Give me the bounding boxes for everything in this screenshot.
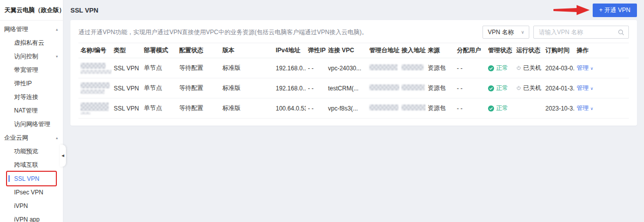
search-input[interactable]	[538, 28, 618, 36]
col-type: 类型	[112, 43, 142, 58]
redacted-name	[80, 102, 110, 115]
sidebar-item-ipsec-vpn[interactable]: IPsec VPN	[0, 185, 63, 199]
chevron-down-icon: ∨	[590, 66, 593, 71]
caret-up-icon: ▴	[56, 136, 58, 140]
search-icon[interactable]	[618, 29, 624, 36]
sidebar-item-eip[interactable]: 弹性IP	[0, 77, 63, 90]
power-icon	[516, 65, 521, 71]
sidebar-item-cross-domain[interactable]: 跨域互联	[0, 158, 63, 172]
run-status: 已关机	[516, 84, 541, 92]
col-source: 来源	[426, 43, 455, 58]
active-indicator-bar	[9, 175, 10, 182]
chevron-down-icon: ∨	[590, 86, 593, 91]
app-window: 天翼云电脑（政企版） 网络管理 ▴ 虚拟私有云 访问控制 ▾ 带宽管理 弹性IP…	[0, 0, 644, 222]
sidebar-group-network-mgmt[interactable]: 网络管理 ▴	[0, 23, 63, 36]
sidebar-group-label: 网络管理	[4, 25, 28, 34]
sidebar-nav: 网络管理 ▴ 虚拟私有云 访问控制 ▾ 带宽管理 弹性IP 对等连接 NAT管理…	[0, 21, 63, 222]
col-assigned-user: 分配用户	[455, 43, 486, 58]
main-content: SSL VPN + 开通 VPN 通过开通VPN功能，实现用户通过VPN直接使用…	[63, 0, 644, 222]
redacted-access-address	[401, 84, 425, 90]
power-icon	[516, 85, 521, 91]
sidebar-item-nat[interactable]: NAT管理	[0, 104, 63, 118]
redacted-name	[80, 82, 110, 94]
table-row: SSL VPN 单节点 等待配置 标准版 192.168.0... - - te…	[78, 78, 629, 98]
col-mgmt-status: 管理状态	[486, 43, 514, 58]
col-ipv4: IPv4地址	[274, 43, 306, 58]
table-row: SSL VPN 单节点 等待配置 标准版 192.168.0... - - vp…	[78, 58, 629, 78]
sidebar-item-access-network[interactable]: 访问网络管理	[0, 118, 63, 131]
manage-action-link[interactable]: 管理 ∨	[577, 64, 593, 71]
sidebar-item-feature-preview[interactable]: 功能预览	[0, 145, 63, 158]
sidebar-group-enterprise-cloud-net[interactable]: 企业云网 ▴	[0, 131, 63, 145]
col-console-addr: 管理台地址	[367, 43, 399, 58]
sidebar-item-access-control[interactable]: 访问控制 ▾	[0, 50, 63, 63]
page-title: SSL VPN	[70, 7, 98, 14]
col-deploy-mode: 部署模式	[142, 43, 177, 58]
redacted-access-address	[401, 104, 426, 110]
redacted-console-address	[369, 84, 399, 90]
manage-action-link[interactable]: 管理 ∨	[577, 104, 593, 112]
redacted-name	[80, 63, 110, 74]
sidebar: 天翼云电脑（政企版） 网络管理 ▴ 虚拟私有云 访问控制 ▾ 带宽管理 弹性IP…	[0, 0, 63, 222]
table-header-row: 名称/编号 类型 部署模式 配置状态 版本 IPv4地址 弹性IP 连接 VPC…	[78, 43, 629, 58]
chevron-down-icon: ∨	[521, 30, 524, 35]
sidebar-item-ivpn-app[interactable]: iVPN app	[0, 212, 63, 222]
run-status: 已关机	[516, 64, 541, 72]
check-circle-icon	[488, 65, 494, 71]
col-access-addr: 接入地址	[399, 43, 426, 58]
redacted-console-address	[369, 64, 397, 70]
app-title: 天翼云电脑（政企版）	[0, 0, 63, 21]
feature-description: 通过开通VPN功能，实现用户通过VPN直接使用VPC中的业务资源(包括云电脑客户…	[78, 28, 368, 37]
vpn-table: 名称/编号 类型 部署模式 配置状态 版本 IPv4地址 弹性IP 连接 VPC…	[78, 43, 629, 119]
filter-field-select[interactable]: VPN 名称 ∨	[482, 26, 529, 39]
caret-up-icon: ▴	[56, 27, 58, 32]
open-vpn-button[interactable]: + 开通 VPN	[593, 4, 637, 17]
redacted-access-address	[401, 64, 424, 70]
ssl-vpn-card: 通过开通VPN功能，实现用户通过VPN直接使用VPC中的业务资源(包括云电脑客户…	[70, 20, 637, 126]
col-config-status: 配置状态	[177, 43, 220, 58]
col-order-time: 订购时间	[543, 43, 575, 58]
col-vpc: 连接 VPC	[326, 43, 367, 58]
caret-down-icon: ▾	[56, 54, 58, 59]
col-eip: 弹性IP	[306, 43, 326, 58]
sidebar-item-bandwidth[interactable]: 带宽管理	[0, 63, 63, 77]
manage-action-link[interactable]: 管理 ∨	[577, 84, 593, 91]
check-circle-icon	[488, 85, 494, 91]
sidebar-item-vpc[interactable]: 虚拟私有云	[0, 36, 63, 50]
col-name: 名称/编号	[78, 43, 112, 58]
collapse-left-icon: ◀	[61, 154, 64, 158]
sidebar-item-peering[interactable]: 对等连接	[0, 90, 63, 104]
col-actions: 操作	[575, 43, 629, 58]
col-version: 版本	[220, 43, 274, 58]
chevron-down-icon: ∨	[590, 106, 593, 111]
mgmt-status-badge: 正常	[488, 84, 512, 92]
sidebar-item-ivpn[interactable]: iVPN	[0, 199, 63, 212]
search-box	[533, 26, 629, 39]
sidebar-collapse-handle[interactable]: ◀	[60, 145, 66, 167]
mgmt-status-badge: 正常	[488, 104, 512, 113]
mgmt-status-badge: 正常	[488, 64, 512, 72]
table-row: SSL VPN 单节点 等待配置 标准版 100.64.0.53 - - vpc…	[78, 98, 629, 119]
col-run-status: 运行状态	[514, 43, 543, 58]
redacted-console-address	[369, 104, 398, 110]
sidebar-item-ssl-vpn[interactable]: SSL VPN	[0, 172, 63, 185]
sidebar-group-label: 企业云网	[4, 134, 28, 142]
check-circle-icon	[488, 105, 494, 112]
red-arrow-annotation	[553, 4, 591, 16]
